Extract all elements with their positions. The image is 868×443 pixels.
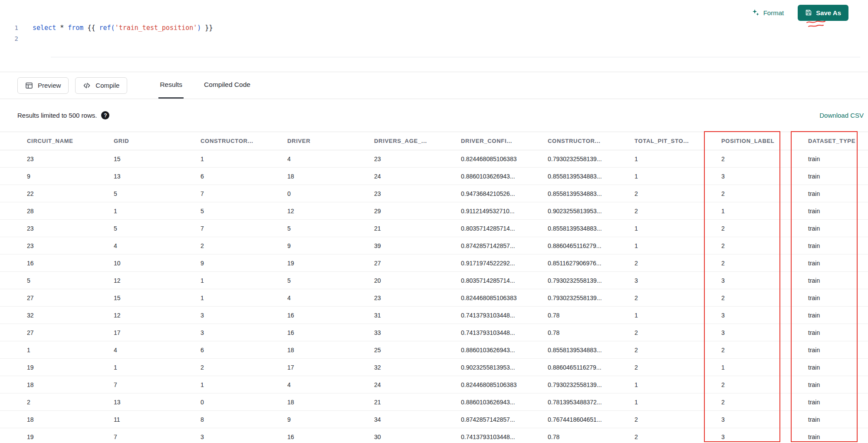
table-cell: 0.824468085106383 <box>434 376 521 393</box>
table-cell: 2 <box>608 428 694 443</box>
table-row: 14618250.8860103626943...0.8558139534883… <box>0 341 868 359</box>
table-cell: train <box>781 393 868 411</box>
table-cell: 3 <box>174 307 260 324</box>
table-header-row: CIRCUIT_NAMEGRIDCONSTRUCTOR...DRIVERDRIV… <box>0 132 868 150</box>
table-cell: 0.8558139534883... <box>521 185 608 202</box>
table-cell: 4 <box>260 289 347 307</box>
table-cell: 9 <box>0 168 87 185</box>
table-cell: 2 <box>608 202 694 220</box>
table-row: 18714240.8244680851063830.7930232558139.… <box>0 376 868 393</box>
table-cell: 3 <box>694 428 781 443</box>
table-cell: 0.7930232558139... <box>521 150 608 168</box>
table-cell: 6 <box>174 168 260 185</box>
table-cell: 0.78 <box>521 428 608 443</box>
table-cell: 0.7930232558139... <box>521 376 608 393</box>
results-limit-text: Results limited to 500 rows. <box>17 112 97 119</box>
format-button[interactable]: Format <box>752 9 784 17</box>
table-cell: 0.824468085106383 <box>434 150 521 168</box>
table-cell: train <box>781 411 868 428</box>
table-icon <box>25 82 33 89</box>
table-cell: train <box>781 168 868 185</box>
table-cell: train <box>781 150 868 168</box>
table-cell: 0.7413793103448... <box>434 307 521 324</box>
table-cell: train <box>781 307 868 324</box>
table-cell: 0.8860465116279... <box>521 359 608 376</box>
table-cell: 27 <box>0 324 87 341</box>
table-cell: 3 <box>694 272 781 289</box>
table-cell: 11 <box>87 411 174 428</box>
table-cell: 0.7413793103448... <box>434 324 521 341</box>
table-cell: 7 <box>87 376 174 393</box>
compile-label: Compile <box>95 82 119 89</box>
preview-button[interactable]: Preview <box>17 77 69 94</box>
table-cell: 0.8511627906976... <box>521 255 608 272</box>
table-cell: 0.8035714285714... <box>434 220 521 237</box>
table-cell: 0.78 <box>521 324 608 341</box>
table-cell: 23 <box>0 237 87 255</box>
table-cell: 0.8742857142857... <box>434 237 521 255</box>
table-cell: 12 <box>87 272 174 289</box>
table-cell: 27 <box>0 289 87 307</box>
table-cell: 1 <box>608 168 694 185</box>
tab-compiled-code[interactable]: Compiled Code <box>203 72 252 99</box>
table-cell: 23 <box>0 220 87 237</box>
code-line-2 <box>33 33 868 44</box>
table-row: 191217320.9023255813953...0.886046511627… <box>0 359 868 376</box>
table-cell: 0.8035714285714... <box>434 272 521 289</box>
table-cell: 18 <box>260 341 347 359</box>
table-cell: 1 <box>608 150 694 168</box>
table-row: 3212316310.7413793103448...0.7813train <box>0 307 868 324</box>
code-area[interactable]: select * from {{ ref('train_test_positio… <box>18 23 868 72</box>
table-cell: 27 <box>347 255 434 272</box>
tabs: ResultsCompiled Code <box>158 72 271 99</box>
save-as-button[interactable]: Save As <box>798 5 848 21</box>
table-cell: 1 <box>608 220 694 237</box>
table-cell: 9 <box>174 255 260 272</box>
table-cell: 2 <box>608 289 694 307</box>
table-cell: 5 <box>260 220 347 237</box>
table-cell: 2 <box>174 237 260 255</box>
table-cell: 0.9473684210526... <box>434 185 521 202</box>
code-line-1: select * from {{ ref('train_test_positio… <box>33 23 868 33</box>
table-cell: 0.7930232558139... <box>521 272 608 289</box>
editor-gutter: 12 <box>0 23 18 72</box>
table-cell: 23 <box>347 289 434 307</box>
table-cell: train <box>781 428 868 443</box>
table-row: 213018210.8860103626943...0.781395348837… <box>0 393 868 411</box>
table-cell: 2 <box>694 341 781 359</box>
table-cell: 19 <box>0 359 87 376</box>
table-cell: 0.824468085106383 <box>434 289 521 307</box>
tab-results[interactable]: Results <box>158 72 184 99</box>
preview-label: Preview <box>38 82 61 89</box>
table-cell: 1 <box>608 237 694 255</box>
table-cell: 1 <box>0 341 87 359</box>
table-cell: 0.9112149532710... <box>434 202 521 220</box>
compile-button[interactable]: Compile <box>75 77 127 94</box>
results-table: CIRCUIT_NAMEGRIDCONSTRUCTOR...DRIVERDRIV… <box>0 132 868 443</box>
sparkles-icon <box>752 9 760 17</box>
table-cell: 15 <box>87 289 174 307</box>
table-cell: train <box>781 237 868 255</box>
table-cell: 4 <box>260 150 347 168</box>
table-row: 181189340.8742857142857...0.767441860465… <box>0 411 868 428</box>
table-cell: 20 <box>347 272 434 289</box>
sql-editor[interactable]: 12 select * from {{ ref('train_test_posi… <box>0 23 868 72</box>
code-icon <box>83 82 91 89</box>
download-csv-link[interactable]: Download CSV <box>819 112 864 119</box>
code-token: from <box>68 24 83 32</box>
table-cell: 0.8742857142857... <box>434 411 521 428</box>
table-cell: 39 <box>347 237 434 255</box>
table-cell: 4 <box>260 376 347 393</box>
table-cell: 29 <box>347 202 434 220</box>
table-cell: train <box>781 272 868 289</box>
column-header-dataset-type: DATASET_TYPE <box>781 132 868 150</box>
help-icon[interactable]: ? <box>101 111 109 119</box>
table-cell: 0 <box>260 185 347 202</box>
table-cell: 4 <box>87 341 174 359</box>
table-cell: 9 <box>260 237 347 255</box>
table-cell: 0.8558139534883... <box>521 341 608 359</box>
table-header: CIRCUIT_NAMEGRIDCONSTRUCTOR...DRIVERDRIV… <box>0 132 868 150</box>
table-cell: 8 <box>174 411 260 428</box>
table-row: 22570230.9473684210526...0.8558139534883… <box>0 185 868 202</box>
table-cell: 5 <box>87 220 174 237</box>
